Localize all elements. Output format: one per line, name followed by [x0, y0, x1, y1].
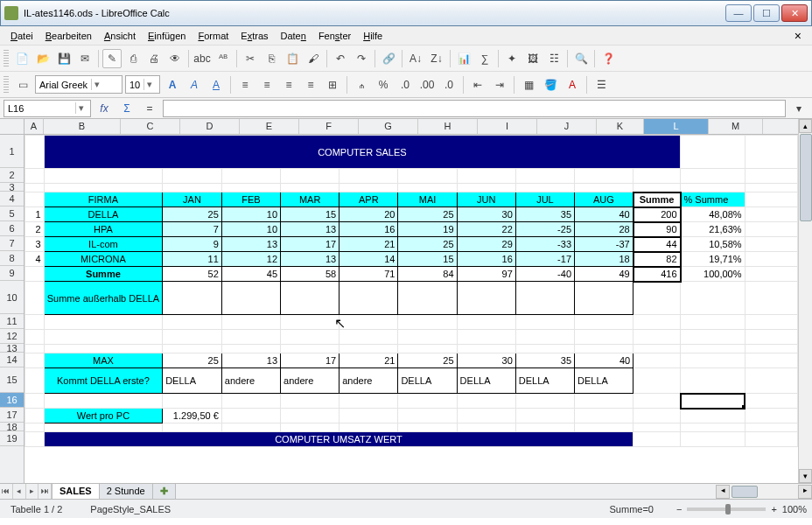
- bold-icon[interactable]: A: [163, 75, 182, 94]
- autospell-icon[interactable]: ᴬᴮ: [214, 49, 233, 68]
- merge-icon[interactable]: ⊞: [323, 75, 342, 94]
- row-header-17[interactable]: 17: [0, 408, 24, 423]
- row-header-9[interactable]: 9: [0, 266, 24, 281]
- font-size-select[interactable]: 10 ▾: [125, 75, 160, 94]
- undo-icon[interactable]: ↶: [331, 49, 350, 68]
- scroll-thumb[interactable]: [732, 486, 758, 498]
- col-header-K[interactable]: K: [597, 119, 644, 134]
- open-icon[interactable]: 📂: [33, 49, 52, 68]
- align-left-icon[interactable]: ≡: [235, 75, 255, 94]
- row-header-10[interactable]: 10: [0, 281, 24, 314]
- row-header-4[interactable]: 4: [0, 192, 24, 206]
- cut-icon[interactable]: ✂: [241, 49, 260, 68]
- menu-bearbeiten[interactable]: Bearbeiten: [40, 29, 97, 43]
- redo-icon[interactable]: ↷: [352, 49, 371, 68]
- col-header-I[interactable]: I: [478, 119, 537, 134]
- datasrc-icon[interactable]: ☷: [544, 49, 564, 68]
- paste-icon[interactable]: 📋: [283, 49, 302, 68]
- col-header-H[interactable]: H: [418, 119, 478, 134]
- func-icon[interactable]: ∑: [475, 49, 494, 68]
- edit-icon[interactable]: ✎: [102, 49, 122, 68]
- column-headers[interactable]: ABCDEFGHIJKLM: [24, 119, 798, 135]
- maximize-button[interactable]: ☐: [753, 4, 780, 22]
- row-header-16[interactable]: 16: [0, 393, 24, 408]
- tab-sales[interactable]: SALES: [52, 484, 100, 499]
- indent-dec-icon[interactable]: ⇤: [468, 75, 487, 94]
- row-header-8[interactable]: 8: [0, 251, 24, 266]
- col-header-M[interactable]: M: [709, 119, 763, 134]
- spellcheck-icon[interactable]: abc: [192, 49, 212, 68]
- col-header-D[interactable]: D: [180, 119, 240, 134]
- row-header-19[interactable]: 19: [0, 431, 24, 446]
- menu-format[interactable]: Format: [192, 29, 234, 43]
- col-header-C[interactable]: C: [121, 119, 180, 134]
- save-icon[interactable]: 💾: [54, 49, 74, 68]
- gallery-icon[interactable]: 🖼: [523, 49, 542, 68]
- row-header-14[interactable]: 14: [0, 353, 24, 368]
- number-icon[interactable]: .0: [396, 75, 415, 94]
- tab-2stunde[interactable]: 2 Stunde: [100, 484, 153, 499]
- link-icon[interactable]: 🔗: [379, 49, 398, 68]
- row-header-13[interactable]: 13: [0, 344, 24, 353]
- bgcolor-icon[interactable]: 🪣: [541, 75, 560, 94]
- col-header-G[interactable]: G: [359, 119, 418, 134]
- scroll-right-icon[interactable]: ▸: [798, 485, 812, 499]
- sort-desc-icon[interactable]: Z↓: [427, 49, 446, 68]
- chart-icon[interactable]: 📊: [454, 49, 473, 68]
- row-header-18[interactable]: 18: [0, 423, 24, 431]
- indent-inc-icon[interactable]: ⇥: [490, 75, 509, 94]
- zoom-icon[interactable]: 🔍: [571, 49, 591, 68]
- tab-next-icon[interactable]: ▸: [26, 484, 39, 499]
- menu-datei[interactable]: Datei: [5, 29, 38, 43]
- horizontal-scrollbar[interactable]: ◂ ▸: [716, 484, 812, 499]
- expand-input-icon[interactable]: ▾: [789, 99, 808, 118]
- help-icon[interactable]: ❓: [598, 49, 618, 68]
- vertical-scrollbar[interactable]: ▴ ▾: [798, 119, 812, 483]
- currency-icon[interactable]: ₼: [352, 75, 371, 94]
- font-name-select[interactable]: Arial Greek ▾: [35, 75, 122, 94]
- sum-icon[interactable]: Σ: [117, 99, 136, 118]
- tab-first-icon[interactable]: ⏮: [0, 484, 13, 499]
- percent-icon[interactable]: %: [374, 75, 393, 94]
- row-header-7[interactable]: 7: [0, 236, 24, 251]
- mail-icon[interactable]: ✉: [75, 49, 94, 68]
- row-headers[interactable]: 12345678910111213141516171819: [0, 135, 24, 483]
- fx-wizard-icon[interactable]: fx: [94, 99, 114, 118]
- brush-icon[interactable]: 🖌: [304, 49, 323, 68]
- zoom-in-icon[interactable]: +: [771, 504, 776, 514]
- col-header-B[interactable]: B: [44, 119, 121, 134]
- align-right-icon[interactable]: ≡: [279, 75, 298, 94]
- tab-last-icon[interactable]: ⏭: [38, 484, 52, 499]
- row-header-12[interactable]: 12: [0, 329, 24, 344]
- minimize-button[interactable]: —: [725, 4, 752, 22]
- zoom-out-icon[interactable]: −: [676, 504, 682, 514]
- print-icon[interactable]: 🖨: [144, 49, 164, 68]
- pdf-icon[interactable]: ⎙: [123, 49, 143, 68]
- col-header-J[interactable]: J: [537, 119, 597, 134]
- col-header-A[interactable]: A: [24, 119, 44, 134]
- underline-icon[interactable]: A: [206, 75, 226, 94]
- col-header-L[interactable]: L: [644, 119, 709, 134]
- row-header-2[interactable]: 2: [0, 168, 24, 183]
- toolbar-grip[interactable]: [4, 76, 9, 94]
- toolbar-grip[interactable]: [4, 50, 9, 67]
- dec-add-icon[interactable]: .00: [417, 75, 437, 94]
- scroll-left-icon[interactable]: ◂: [716, 485, 730, 499]
- styles-icon[interactable]: ▭: [13, 75, 32, 94]
- col-header-F[interactable]: F: [299, 119, 359, 134]
- equals-icon[interactable]: =: [140, 99, 159, 118]
- col-header-E[interactable]: E: [240, 119, 299, 134]
- menu-daten[interactable]: Daten: [276, 29, 312, 43]
- fontcolor-icon[interactable]: A: [563, 75, 582, 94]
- tab-nav[interactable]: ⏮ ◂ ▸ ⏭: [0, 484, 52, 499]
- zoom-slider[interactable]: [687, 508, 766, 511]
- menu-extras[interactable]: Extras: [235, 29, 273, 43]
- select-all-corner[interactable]: [0, 119, 24, 135]
- new-icon[interactable]: 📄: [12, 49, 32, 68]
- cell-reference-input[interactable]: L16 ▾: [4, 100, 91, 117]
- italic-icon[interactable]: A: [185, 75, 204, 94]
- conditions-icon[interactable]: ☰: [592, 75, 611, 94]
- cell-grid[interactable]: COMPUTER SALESFIRMAJANFEBMARAPRMAIJUNJUL…: [24, 135, 798, 483]
- preview-icon[interactable]: 👁: [165, 49, 185, 68]
- tab-add-icon[interactable]: ✚: [153, 484, 176, 499]
